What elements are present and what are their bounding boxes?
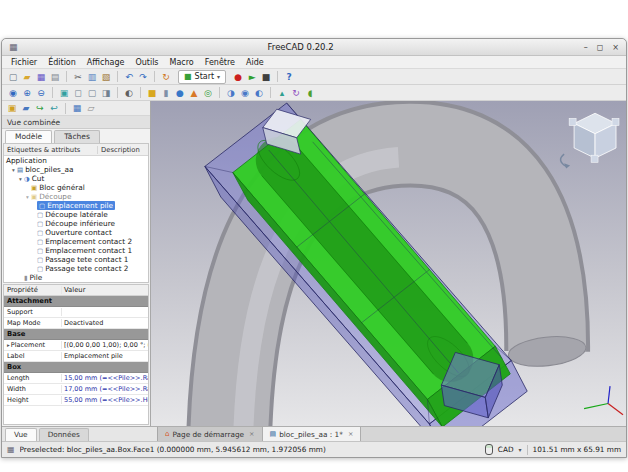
boolean-union-icon[interactable]: ◉	[239, 87, 251, 99]
tree-item-pile[interactable]: ▮ Pile	[4, 273, 148, 282]
box-icon: ▢	[37, 256, 43, 264]
menu-edition[interactable]: Édition	[48, 58, 76, 67]
part-box-icon[interactable]: ■	[146, 87, 158, 99]
part-cone-icon[interactable]: ▲	[188, 87, 200, 99]
property-value[interactable]: [(0,00 0,00 1,00); 0,00 °; (1,00 mm 1,00…	[62, 341, 148, 349]
doc-tab-label: bloc_piles_aa : 1*	[279, 430, 343, 439]
3d-viewport[interactable]	[151, 101, 626, 426]
tree-header-description[interactable]: Description	[98, 146, 148, 154]
property-value[interactable]: Deactivated	[62, 319, 148, 327]
zoom-out-icon[interactable]: ⊖	[35, 87, 47, 99]
tab-taches[interactable]: Tâches	[54, 130, 100, 143]
expand-arrow-icon[interactable]: ▾	[17, 176, 24, 182]
close-icon[interactable]: ×	[249, 430, 254, 438]
minimize-button[interactable]: –	[584, 43, 588, 52]
expand-arrow-icon[interactable]: ▾	[24, 194, 31, 200]
part-cylinder-icon[interactable]: ▮	[160, 87, 172, 99]
tree-item-bloc-general[interactable]: ▣ Bloc général	[4, 183, 148, 192]
view-dimensions: 101.51 mm x 65.91 mm	[533, 445, 621, 454]
extrude-icon[interactable]: ▴	[276, 87, 288, 99]
tree-item-document[interactable]: ▾ ▤ bloc_piles_aa	[4, 165, 148, 174]
copy-icon[interactable]: ▥	[86, 71, 98, 83]
open-file-icon[interactable]: ▰	[21, 71, 33, 83]
redo-icon[interactable]: ↷	[137, 71, 149, 83]
chevron-down-icon[interactable]: ▾	[519, 446, 522, 453]
expand-arrow-icon[interactable]: ▾	[10, 167, 17, 173]
tree-item-emplacement-contact-1[interactable]: ▢ Emplacement contact 1	[4, 246, 148, 255]
tab-modele[interactable]: Modèle	[5, 130, 52, 143]
datum-plane-icon[interactable]: ▱	[85, 102, 97, 114]
create-body-icon[interactable]: ▦	[71, 102, 83, 114]
expand-arrow-icon[interactable]: ▸	[7, 342, 10, 348]
close-icon[interactable]: ×	[348, 430, 353, 438]
part-torus-icon[interactable]: ◎	[202, 87, 214, 99]
boolean-common-icon[interactable]: ◐	[253, 87, 265, 99]
tab-start-page[interactable]: ⌂ Page de démarrage ×	[158, 427, 263, 441]
menu-affichage[interactable]: Affichage	[87, 58, 125, 67]
menu-aide[interactable]: Aide	[246, 58, 264, 67]
tree-item-cut[interactable]: ▾ ◑ Cut	[4, 174, 148, 183]
paste-icon[interactable]: ▧	[100, 71, 112, 83]
tree-item-passage-tete-contact-1[interactable]: ▢ Passage tete contact 1	[4, 255, 148, 264]
nav-style-selector[interactable]: CAD	[498, 445, 514, 454]
whats-this-icon[interactable]: ?	[283, 71, 295, 83]
box-icon: ▣	[31, 184, 37, 192]
save-icon[interactable]: ▦	[35, 71, 47, 83]
macro-record-icon[interactable]: ●	[232, 71, 244, 83]
menu-fenetre[interactable]: Fenêtre	[205, 58, 235, 67]
property-header-key[interactable]: Propriété	[4, 286, 62, 294]
property-value[interactable]: Emplacement pile	[62, 352, 148, 360]
tree-item-application[interactable]: Application	[4, 156, 148, 165]
front-view-icon[interactable]: ◻	[72, 87, 84, 99]
document-icon: ▤	[17, 166, 23, 174]
property-value[interactable]: 15,00 mm (=<<Pile>>.Radius * 2)	[62, 374, 148, 382]
menu-macro[interactable]: Macro	[170, 58, 194, 67]
revolve-icon[interactable]: ↻	[290, 87, 302, 99]
refresh-icon[interactable]: ↻	[160, 71, 172, 83]
tab-donnees[interactable]: Données	[39, 428, 89, 441]
menu-outils[interactable]: Outils	[135, 58, 158, 67]
tree-header-labels[interactable]: Étiquettes & attributs	[4, 146, 98, 154]
viewport-canvas[interactable]	[151, 101, 626, 426]
tree-item-emplacement-pile[interactable]: ▢ Emplacement pile	[4, 201, 148, 210]
menu-fichier[interactable]: Fichier	[11, 58, 37, 67]
property-group-attachment[interactable]: Attachment	[4, 296, 148, 307]
fillet-icon[interactable]: ◖	[304, 87, 316, 99]
fit-all-icon[interactable]: ◉	[7, 87, 19, 99]
part-sphere-icon[interactable]: ●	[174, 87, 186, 99]
property-header-value[interactable]: Valeur	[62, 286, 148, 294]
tab-vue[interactable]: Vue	[5, 428, 37, 441]
property-value[interactable]: 17,00 mm (=<<Pile>>.Radius * 2 + 2mm)	[62, 385, 148, 393]
create-part-icon[interactable]: ▣	[6, 102, 18, 114]
create-group-icon[interactable]: ▰	[20, 102, 32, 114]
tree-item-ouverture-contact[interactable]: ▢ Ouverture contact	[4, 228, 148, 237]
property-group-base[interactable]: Base	[4, 329, 148, 340]
tree-item-emplacement-contact-2[interactable]: ▢ Emplacement contact 2	[4, 237, 148, 246]
maximize-button[interactable]: ◻	[597, 43, 604, 52]
top-view-icon[interactable]: ▢	[86, 87, 98, 99]
macro-execute-icon[interactable]: ►	[246, 71, 258, 83]
macro-stop-icon[interactable]: ■	[260, 71, 272, 83]
cut-icon[interactable]: ✂	[72, 71, 84, 83]
tree-item-decoupe[interactable]: ▾ ▣ Découpe	[4, 192, 148, 201]
tree-item-decoupe-inferieure[interactable]: ▢ Découpe inférieure	[4, 219, 148, 228]
close-button[interactable]: ×	[612, 43, 619, 52]
tree-item-decoupe-laterale[interactable]: ▢ Découpe latérale	[4, 210, 148, 219]
make-sublink-icon[interactable]: ↩	[48, 102, 60, 114]
make-link-icon[interactable]: ↪	[34, 102, 46, 114]
tree-item-passage-tete-contact-2[interactable]: ▢ Passage tete contact 2	[4, 264, 148, 273]
new-document-icon[interactable]: ▢	[7, 71, 19, 83]
property-value[interactable]: 55,00 mm (=<<Pile>>.Height + 5mm)	[62, 396, 148, 404]
undo-icon[interactable]: ↶	[123, 71, 135, 83]
draw-style-icon[interactable]: ◐	[123, 87, 135, 99]
zoom-in-icon[interactable]: ⊕	[21, 87, 33, 99]
tab-document[interactable]: ▤ bloc_piles_aa : 1* ×	[263, 427, 362, 441]
titlebar[interactable]: ▦ FreeCAD 0.20.2 – ◻ ×	[2, 39, 626, 56]
right-view-icon[interactable]: ◨	[100, 87, 112, 99]
property-group-box[interactable]: Box	[4, 362, 148, 373]
property-key: Length	[4, 374, 62, 382]
print-icon[interactable]: ▤	[49, 71, 61, 83]
workbench-selector[interactable]: ■ Start ▾	[178, 70, 226, 84]
isometric-view-icon[interactable]: ▣	[58, 87, 70, 99]
boolean-cut-icon[interactable]: ◑	[225, 87, 237, 99]
